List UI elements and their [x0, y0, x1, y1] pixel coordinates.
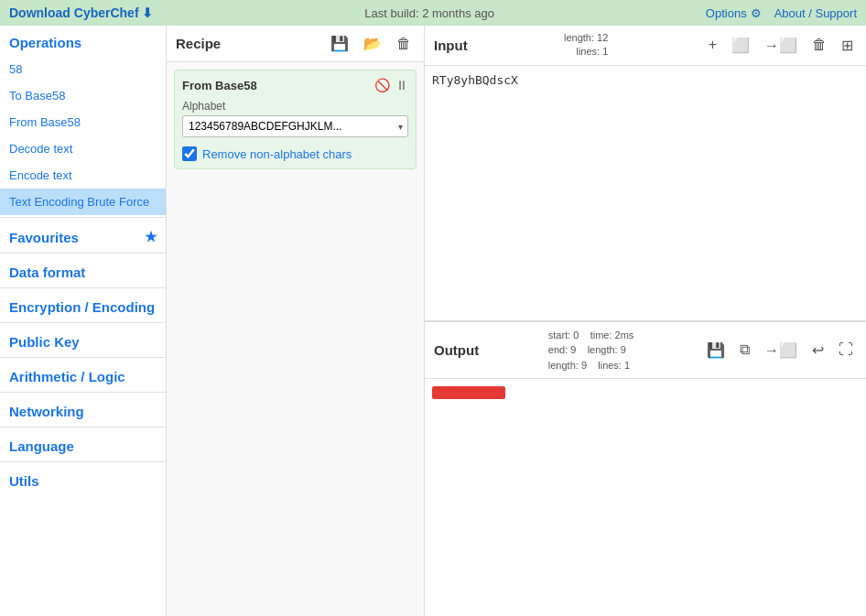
input-lines-value: 1 [602, 46, 608, 57]
sidebar: Operations 58 To Base58 From Base58 Deco… [0, 26, 167, 616]
input-section: Input length: 12 lines: 1 + ⬜ →⬜ 🗑 ⊞ [425, 26, 866, 322]
recipe-header: Recipe 💾 📂 🗑 [167, 26, 424, 62]
download-icon: ⬇ [142, 5, 153, 20]
sidebar-item-from-base58[interactable]: From Base58 [0, 109, 166, 135]
options-label: Options [706, 6, 747, 20]
output-start-value: 0 [573, 330, 579, 340]
sidebar-section-encryption-encoding[interactable]: Encryption / Encoding [0, 290, 166, 320]
output-save-button[interactable]: 💾 [703, 340, 729, 361]
top-bar-left: Download CyberChef ⬇ [9, 5, 153, 20]
gear-icon: ⚙ [751, 6, 762, 20]
input-toolbar: + ⬜ →⬜ 🗑 ⊞ [705, 35, 857, 56]
sidebar-section-data-format[interactable]: Data format [0, 255, 166, 286]
output-end-label: end: [548, 344, 568, 355]
output-fullscreen-button[interactable]: ⛶ [835, 340, 857, 360]
output-open-button[interactable]: →⬜ [761, 340, 801, 361]
output-title: Output [434, 342, 479, 358]
op-disable-button[interactable]: 🚫 [374, 78, 390, 92]
op-field-label: Alphabet [182, 100, 408, 113]
op-card-actions: 🚫 ⏸ [374, 78, 408, 92]
remove-non-alphabet-label: Remove non-alphabet chars [202, 147, 352, 161]
sidebar-item-encode-text[interactable]: Encode text [0, 162, 166, 189]
output-length-label-1: length: [548, 360, 579, 371]
output-length-value-2: 9 [621, 344, 626, 355]
op-select-wrapper: 123456789ABCDEFGHJKLM... Custom ▾ [182, 115, 408, 137]
recipe-toolbar: 💾 📂 🗑 [327, 33, 415, 54]
sidebar-divider-5 [0, 357, 166, 358]
output-section: Output start: 0 time: 2ms end: 9 length:… [425, 322, 866, 617]
output-toolbar: 💾 ⧉ →⬜ ↩ ⛶ [703, 340, 857, 361]
input-import-button[interactable]: →⬜ [761, 35, 801, 56]
sidebar-item-to-base58[interactable]: To Base58 [0, 82, 166, 109]
op-checkbox-row: Remove non-alphabet chars [182, 146, 408, 161]
recipe-panel: Recipe 💾 📂 🗑 From Base58 🚫 ⏸ Alphabet [167, 26, 425, 616]
options-button[interactable]: Options ⚙ [706, 6, 762, 20]
input-textarea[interactable] [425, 66, 866, 320]
sidebar-divider-7 [0, 427, 166, 427]
output-end-value: 9 [570, 344, 576, 355]
input-lines-label: lines: [576, 46, 600, 57]
output-copy-button[interactable]: ⧉ [736, 340, 753, 360]
output-lines-label: lines: [598, 360, 622, 371]
sidebar-section-public-key[interactable]: Public Key [0, 325, 166, 355]
sidebar-divider-2 [0, 253, 166, 254]
alphabet-select[interactable]: 123456789ABCDEFGHJKLM... Custom [182, 115, 408, 137]
input-header: Input length: 12 lines: 1 + ⬜ →⬜ 🗑 ⊞ [425, 26, 866, 66]
op-pause-button[interactable]: ⏸ [395, 78, 408, 92]
output-error-bar [432, 386, 505, 399]
sidebar-operations-header[interactable]: Operations [0, 26, 166, 56]
recipe-load-button[interactable]: 📂 [360, 33, 385, 54]
output-lines-value: 1 [624, 360, 630, 371]
sidebar-divider-4 [0, 322, 166, 323]
recipe-content: From Base58 🚫 ⏸ Alphabet 123456789ABCDEF… [167, 62, 424, 616]
input-meta: length: 12 lines: 1 [564, 31, 608, 59]
top-bar: Download CyberChef ⬇ Last build: 2 month… [0, 0, 866, 26]
output-time-value: 2ms [615, 330, 634, 340]
main-layout: Operations 58 To Base58 From Base58 Deco… [0, 26, 866, 616]
output-start-label: start: [548, 330, 570, 340]
sidebar-divider-8 [0, 461, 166, 462]
op-card-title: From Base58 [182, 79, 257, 92]
input-expand-button[interactable]: ⬜ [728, 35, 753, 56]
output-length-label-2: length: [588, 344, 618, 355]
op-card-header: From Base58 🚫 ⏸ [182, 78, 408, 92]
download-label: Download CyberChef [9, 5, 139, 20]
sidebar-section-language[interactable]: Language [0, 429, 166, 459]
recipe-save-button[interactable]: 💾 [327, 33, 352, 54]
top-bar-right: Options ⚙ About / Support [706, 6, 857, 20]
io-panel: Input length: 12 lines: 1 + ⬜ →⬜ 🗑 ⊞ [425, 26, 866, 616]
sidebar-divider-1 [0, 217, 166, 218]
sidebar-item-58[interactable]: 58 [0, 56, 166, 82]
recipe-title: Recipe [176, 36, 221, 51]
input-length-label: length: [564, 32, 594, 43]
output-time-label: time: [590, 330, 612, 340]
output-length-value-1: 9 [581, 360, 587, 371]
star-icon: ★ [145, 229, 157, 245]
from-base58-card: From Base58 🚫 ⏸ Alphabet 123456789ABCDEF… [174, 70, 417, 169]
sidebar-section-arithmetic-logic[interactable]: Arithmetic / Logic [0, 360, 166, 390]
build-info: Last build: 2 months ago [364, 6, 494, 20]
recipe-clear-button[interactable]: 🗑 [393, 34, 415, 54]
sidebar-section-networking[interactable]: Networking [0, 394, 166, 425]
output-content [425, 379, 866, 616]
sidebar-item-decode-text[interactable]: Decode text [0, 135, 166, 162]
input-grid-button[interactable]: ⊞ [838, 35, 857, 56]
sidebar-section-favourites[interactable]: Favourites ★ [0, 220, 166, 251]
operations-label: Operations [9, 35, 81, 50]
input-delete-button[interactable]: 🗑 [808, 35, 830, 55]
input-title: Input [434, 38, 468, 53]
output-meta: start: 0 time: 2ms end: 9 length: 9 leng… [548, 328, 634, 373]
sidebar-divider-3 [0, 287, 166, 288]
sidebar-divider-6 [0, 392, 166, 393]
input-length-value: 12 [597, 32, 608, 43]
input-add-button[interactable]: + [705, 35, 720, 55]
about-button[interactable]: About / Support [774, 6, 857, 20]
output-undo-button[interactable]: ↩ [808, 340, 828, 361]
output-header: Output start: 0 time: 2ms end: 9 length:… [425, 322, 866, 380]
sidebar-item-text-encoding-brute-force[interactable]: Text Encoding Brute Force [0, 189, 166, 215]
sidebar-section-utils[interactable]: Utils [0, 464, 166, 494]
remove-non-alphabet-checkbox[interactable] [182, 146, 197, 161]
download-link[interactable]: Download CyberChef ⬇ [9, 5, 153, 20]
